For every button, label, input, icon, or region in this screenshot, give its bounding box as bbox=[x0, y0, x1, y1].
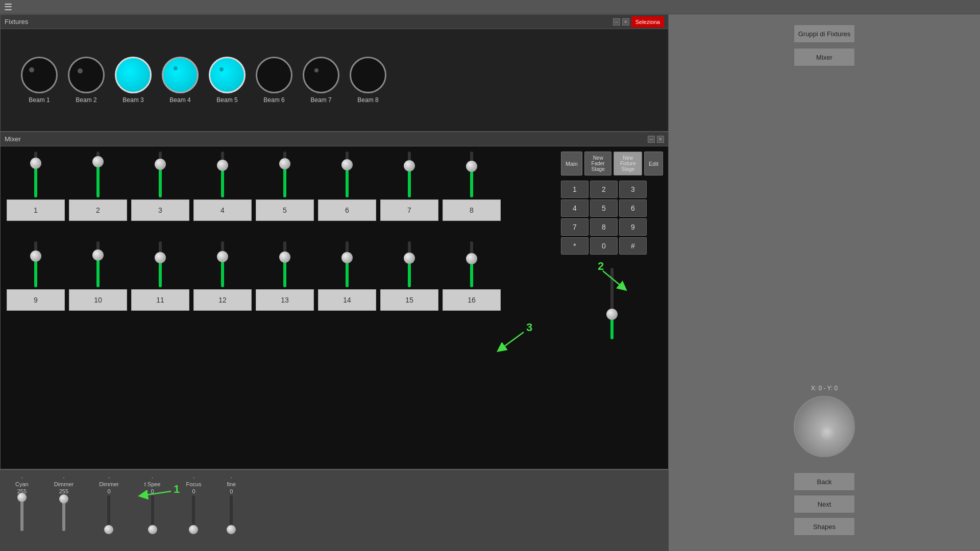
numpad-0[interactable]: 0 bbox=[590, 237, 618, 255]
numpad-4[interactable]: 4 bbox=[561, 199, 589, 217]
fixture-item-6[interactable]: Beam 6 bbox=[256, 57, 292, 104]
channel-label-14[interactable]: 14 bbox=[318, 289, 376, 311]
fixture-circle-7 bbox=[303, 57, 339, 93]
mixer-title: Mixer bbox=[5, 135, 21, 143]
trackpad[interactable] bbox=[794, 396, 855, 457]
channel-label-1[interactable]: 1 bbox=[7, 199, 65, 221]
fixture-circle-6 bbox=[256, 57, 292, 93]
channel-label-12[interactable]: 12 bbox=[193, 289, 252, 311]
mixer-close-btn[interactable]: ✕ bbox=[657, 136, 664, 143]
new-fader-stage-button[interactable]: New Fader Stage bbox=[584, 152, 612, 176]
fader-channel-2: 2 bbox=[68, 152, 128, 221]
channel-label-15[interactable]: 15 bbox=[380, 289, 438, 311]
bottom-slider-dimmer2: - Dimmer 0 bbox=[99, 474, 119, 531]
fixtures-close-btn[interactable]: ✕ bbox=[622, 18, 629, 26]
numpad-7[interactable]: 7 bbox=[561, 218, 589, 236]
fixtures-content: Beam 1 Beam 2 Beam 3 bbox=[1, 29, 668, 131]
menu-bar: ☰ bbox=[0, 0, 980, 14]
bottom-track-tspee bbox=[151, 495, 154, 531]
numpad-star[interactable]: * bbox=[561, 237, 589, 255]
fixture-item-7[interactable]: Beam 7 bbox=[303, 57, 339, 104]
numpad-hash[interactable]: # bbox=[619, 237, 647, 255]
bottom-label-cyan: Cyan bbox=[15, 481, 29, 487]
fixture-item-2[interactable]: Beam 2 bbox=[68, 57, 105, 104]
numpad-5[interactable]: 5 bbox=[590, 199, 618, 217]
channel-label-11[interactable]: 11 bbox=[131, 289, 189, 311]
channel-label-7[interactable]: 7 bbox=[380, 199, 438, 221]
numpad-8[interactable]: 8 bbox=[590, 218, 618, 236]
bottom-value-focus: 0 bbox=[192, 488, 195, 494]
bottom-label-fine: fine bbox=[227, 481, 236, 487]
fixture-item-1[interactable]: Beam 1 bbox=[21, 57, 58, 104]
fixtures-minimize-btn[interactable]: ─ bbox=[613, 18, 620, 26]
fixtures-header: Fixtures ─ ✕ Seleziona bbox=[1, 15, 668, 29]
right-sidebar: Gruppi di Fixtures Mixer X: 0 - Y: 0 Bac… bbox=[669, 14, 980, 551]
numpad-9[interactable]: 9 bbox=[619, 218, 647, 236]
channel-label-13[interactable]: 13 bbox=[256, 289, 314, 311]
fixture-label-7: Beam 7 bbox=[310, 96, 331, 104]
fixture-label-3: Beam 3 bbox=[122, 96, 143, 104]
bottom-slider-tspee: - t Spee 0 bbox=[144, 474, 161, 531]
channel-label-2[interactable]: 2 bbox=[69, 199, 127, 221]
channel-label-16[interactable]: 16 bbox=[443, 289, 501, 311]
fixture-item-3[interactable]: Beam 3 bbox=[115, 57, 152, 104]
fader-channel-13: 13 bbox=[255, 241, 315, 311]
bottom-knob-tspee[interactable] bbox=[148, 525, 157, 534]
trackpad-area: X: 0 - Y: 0 bbox=[794, 385, 855, 457]
gruppi-di-fixtures-button[interactable]: Gruppi di Fixtures bbox=[794, 24, 855, 43]
fixture-circle-1 bbox=[21, 57, 58, 93]
bottom-knob-dimmer2[interactable] bbox=[104, 525, 113, 534]
menu-icon[interactable]: ☰ bbox=[4, 2, 12, 13]
new-fixture-stage-button[interactable]: New Fixture Stage bbox=[614, 152, 642, 176]
channel-label-10[interactable]: 10 bbox=[69, 289, 127, 311]
bottom-slider-fine: - fine 0 bbox=[227, 474, 236, 531]
fader-track-1 bbox=[34, 152, 37, 197]
numpad-2[interactable]: 2 bbox=[590, 181, 618, 198]
mixer-minimize-btn[interactable]: ─ bbox=[648, 136, 655, 143]
main-button[interactable]: Main bbox=[561, 152, 582, 176]
mixer-button[interactable]: Mixer bbox=[794, 48, 855, 66]
bottom-label-dimmer1: Dimmer bbox=[54, 481, 74, 487]
next-button[interactable]: Next bbox=[794, 495, 855, 513]
master-knob[interactable] bbox=[606, 309, 618, 320]
seleziona-button[interactable]: Seleziona bbox=[631, 16, 664, 28]
bottom-track-dimmer2 bbox=[107, 495, 110, 531]
fixture-item-4[interactable]: Beam 4 bbox=[162, 57, 199, 104]
fixture-label-5: Beam 5 bbox=[216, 96, 237, 104]
fader-channel-15: 15 bbox=[379, 241, 439, 311]
bottom-knob-focus[interactable] bbox=[189, 525, 198, 534]
bottom-knob-cyan[interactable] bbox=[17, 493, 27, 502]
numpad-3[interactable]: 3 bbox=[619, 181, 647, 198]
xy-label: X: 0 - Y: 0 bbox=[811, 385, 838, 392]
fixture-label-6: Beam 6 bbox=[263, 96, 284, 104]
fixture-item-8[interactable]: Beam 8 bbox=[350, 57, 386, 104]
mixer-header: Mixer ─ ✕ bbox=[1, 132, 668, 146]
channel-label-8[interactable]: 8 bbox=[443, 199, 501, 221]
bottom-knob-dimmer1[interactable] bbox=[59, 494, 68, 504]
trackpad-dot bbox=[821, 425, 836, 441]
fixture-label-2: Beam 2 bbox=[76, 96, 96, 104]
shapes-button[interactable]: Shapes bbox=[794, 517, 855, 536]
fader-channel-14: 14 bbox=[317, 241, 377, 311]
fixtures-panel: Fixtures ─ ✕ Seleziona Beam 1 bbox=[0, 14, 669, 132]
back-button[interactable]: Back bbox=[794, 472, 855, 491]
fader-channel-9: 9 bbox=[6, 241, 66, 311]
fader-channel-12: 12 bbox=[192, 241, 253, 311]
bottom-label-dimmer2: Dimmer bbox=[99, 481, 119, 487]
fixture-item-5[interactable]: Beam 5 bbox=[209, 57, 246, 104]
fixture-label-8: Beam 8 bbox=[357, 96, 378, 104]
channel-label-6[interactable]: 6 bbox=[318, 199, 376, 221]
fader-row-1: 1 2 bbox=[6, 152, 556, 221]
svg-text:1: 1 bbox=[174, 483, 180, 495]
numpad-6[interactable]: 6 bbox=[619, 199, 647, 217]
channel-label-3[interactable]: 3 bbox=[131, 199, 189, 221]
bottom-slider-dimmer1: - Dimmer 255 bbox=[54, 474, 74, 531]
fixture-circle-5 bbox=[209, 57, 246, 93]
bottom-knob-fine[interactable] bbox=[227, 525, 236, 534]
mixer-controls: Main New Fader Stage New Fixture Stage E… bbox=[556, 146, 668, 469]
channel-label-9[interactable]: 9 bbox=[7, 289, 65, 311]
channel-label-4[interactable]: 4 bbox=[193, 199, 252, 221]
numpad-1[interactable]: 1 bbox=[561, 181, 589, 198]
channel-label-5[interactable]: 5 bbox=[256, 199, 314, 221]
edit-button[interactable]: Edit bbox=[644, 152, 663, 176]
